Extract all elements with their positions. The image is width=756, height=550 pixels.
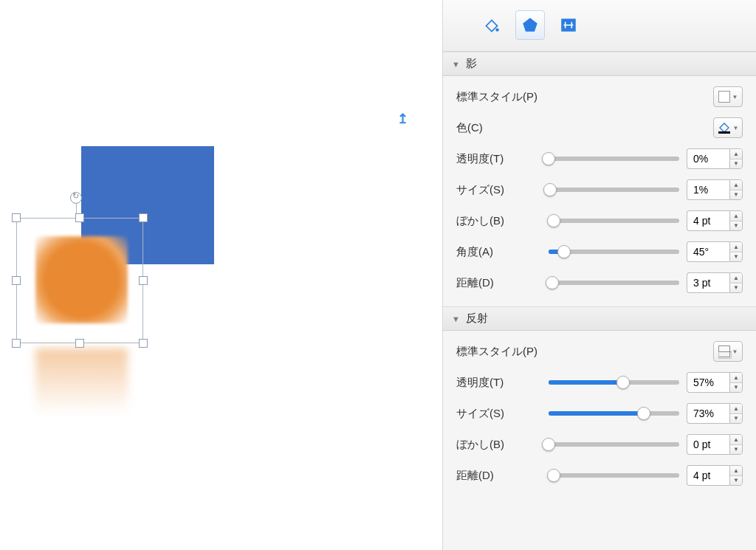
shadow-blur-label: ぼかし(B) [456,214,541,228]
reflection-style-dropdown[interactable]: ▼ [713,341,743,362]
reflection-blur-label: ぼかし(B) [456,438,541,452]
svg-rect-2 [718,131,730,134]
reflection-preview-icon [718,346,730,357]
spin-down-icon[interactable]: ▼ [730,476,742,486]
chevron-down-icon: ▼ [733,125,739,131]
selection-bounds[interactable] [16,218,143,343]
chevron-down-icon: ▼ [732,348,738,355]
reflection-section-title: 反射 [466,312,488,326]
spin-up-icon[interactable]: ▲ [730,180,742,190]
reflection-transparency-slider[interactable] [549,375,679,390]
spin-down-icon[interactable]: ▼ [730,283,742,293]
reflection-size-slider[interactable] [549,406,679,421]
shadow-transparency-spinbox[interactable]: ▲▼ [687,148,743,169]
fill-color-icon [718,122,731,134]
resize-handle-w[interactable] [12,276,21,285]
reflection-transparency-label: 透明度(T) [456,376,541,390]
shadow-distance-slider[interactable] [549,275,679,290]
pentagon-icon [520,16,540,35]
reflection-size-label: サイズ(S) [456,407,541,421]
corner-arrow-icon: ↥ [397,111,408,127]
shadow-angle-slider[interactable] [549,244,679,259]
shadow-angle-input[interactable] [687,241,729,262]
reflection-distance-slider[interactable] [549,468,679,483]
rotate-handle[interactable] [70,192,82,204]
reflection-transparency-input[interactable] [687,372,729,393]
shadow-angle-label: 角度(A) [456,245,541,259]
resize-handle-n[interactable] [75,213,84,222]
shadow-blur-spinbox[interactable]: ▲▼ [687,210,743,231]
text-tab[interactable] [554,10,583,40]
chevron-down-icon: ▼ [732,94,738,100]
spin-up-icon[interactable]: ▲ [730,435,742,445]
paint-bucket-icon [482,16,501,35]
shadow-style-dropdown[interactable]: ▼ [713,86,743,107]
spin-down-icon[interactable]: ▼ [730,445,742,455]
spin-down-icon[interactable]: ▼ [730,383,742,393]
reflection-distance-input[interactable] [687,465,729,486]
spin-up-icon[interactable]: ▲ [730,211,742,221]
spin-up-icon[interactable]: ▲ [730,404,742,414]
spin-up-icon[interactable]: ▲ [730,373,742,383]
shadow-size-label: サイズ(S) [456,183,541,197]
reflection-transparency-spinbox[interactable]: ▲▼ [687,372,743,393]
fill-tab[interactable] [477,10,506,40]
resize-handle-e[interactable] [139,276,148,285]
reflection-distance-spinbox[interactable]: ▲▼ [687,465,743,486]
spin-down-icon[interactable]: ▼ [730,159,742,169]
reflection-blur-spinbox[interactable]: ▲▼ [687,434,743,455]
spin-down-icon[interactable]: ▼ [730,414,742,424]
shadow-size-spinbox[interactable]: ▲▼ [687,179,743,200]
shadow-section-header[interactable]: ▼ 影 [443,52,756,76]
shadow-size-slider[interactable] [549,182,679,197]
shadow-blur-input[interactable] [687,210,729,231]
shadow-section-title: 影 [466,57,477,71]
shadow-transparency-slider[interactable] [549,151,679,166]
spin-up-icon[interactable]: ▲ [730,273,742,283]
svg-point-0 [495,28,498,31]
shape-tab[interactable] [515,10,545,40]
spin-up-icon[interactable]: ▲ [730,242,742,252]
resize-handle-se[interactable] [139,339,148,348]
spin-up-icon[interactable]: ▲ [730,149,742,159]
reflection-section-body: 標準スタイル(P) ▼ 透明度(T) ▲▼ サイズ(S) ▲▼ ぼかし(B) ▲… [443,331,756,499]
shadow-distance-label: 距離(D) [456,276,541,290]
shadow-size-input[interactable] [687,179,729,200]
reflection-section-header[interactable]: ▼ 反射 [443,306,756,331]
resize-handle-s[interactable] [75,339,84,348]
resize-handle-sw[interactable] [12,339,21,348]
reflection-blur-input[interactable] [687,434,729,455]
shadow-color-label: 色(C) [456,121,541,135]
shadow-style-label: 標準スタイル(P) [456,90,541,104]
text-width-icon [559,16,578,35]
disclosure-triangle-icon: ▼ [452,314,460,323]
shadow-distance-input[interactable] [687,272,729,293]
style-preview-icon [718,91,730,103]
properties-panel: ▼ 影 標準スタイル(P) ▼ 色(C) ▼ 透明度(T) ▲▼ サイズ(S) [442,0,756,550]
spin-down-icon[interactable]: ▼ [730,221,742,231]
reflection-blur-slider[interactable] [549,437,679,452]
shadow-blur-slider[interactable] [549,213,679,228]
shadow-color-dropdown[interactable]: ▼ [713,117,743,138]
spin-up-icon[interactable]: ▲ [730,466,742,476]
reflection-style-label: 標準スタイル(P) [456,345,541,359]
resize-handle-nw[interactable] [12,213,21,222]
reflection-size-input[interactable] [687,403,729,424]
reflection-distance-label: 距離(D) [456,469,541,483]
disclosure-triangle-icon: ▼ [452,60,460,69]
shadow-transparency-input[interactable] [687,148,729,169]
shadow-section-body: 標準スタイル(P) ▼ 色(C) ▼ 透明度(T) ▲▼ サイズ(S) ▲▼ [443,76,756,306]
spin-down-icon[interactable]: ▼ [730,190,742,200]
shadow-transparency-label: 透明度(T) [456,152,541,166]
shadow-angle-spinbox[interactable]: ▲▼ [687,241,743,262]
reflection-size-spinbox[interactable]: ▲▼ [687,403,743,424]
orange-square-reflection [35,348,128,415]
spin-down-icon[interactable]: ▼ [730,252,742,262]
panel-tabs [443,0,756,52]
document-canvas[interactable]: ↥ [0,0,442,550]
shadow-distance-spinbox[interactable]: ▲▼ [687,272,743,293]
resize-handle-ne[interactable] [139,213,148,222]
